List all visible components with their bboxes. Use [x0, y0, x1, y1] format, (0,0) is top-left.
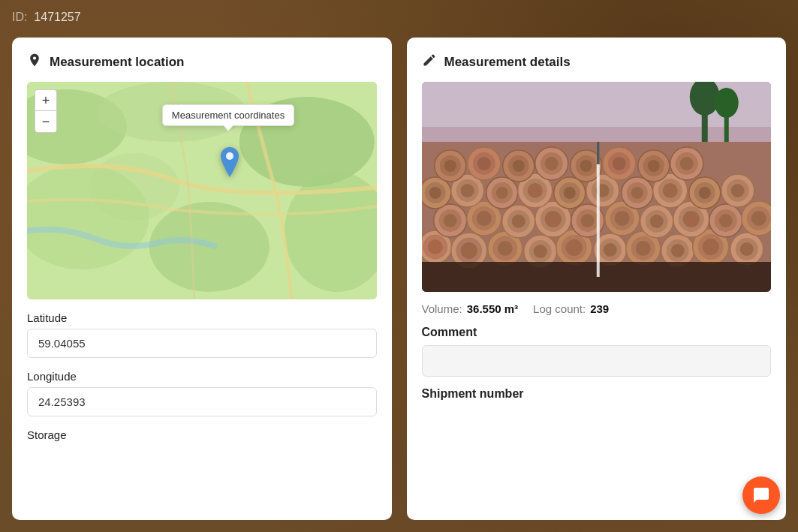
volume-label: Volume: [422, 302, 462, 315]
right-panel-title: Measurement details [444, 55, 571, 70]
log-count-stat: Log count: 239 [533, 302, 609, 315]
latitude-input[interactable] [27, 329, 377, 358]
chat-button[interactable] [742, 476, 780, 514]
right-panel-header: Measurement details [422, 53, 772, 71]
id-prefix: ID: [12, 11, 27, 23]
volume-value: 36.550 m³ [467, 302, 518, 315]
svg-point-90 [563, 187, 575, 199]
svg-point-24 [497, 241, 512, 256]
longitude-label: Longitude [27, 370, 377, 383]
svg-point-30 [565, 239, 582, 256]
svg-point-15 [714, 88, 738, 118]
page-id: ID: 1471257 [12, 11, 81, 24]
svg-point-21 [460, 242, 477, 259]
log-image [422, 82, 772, 292]
log-count-value: 239 [590, 302, 609, 315]
svg-point-36 [635, 241, 650, 256]
svg-point-111 [477, 157, 490, 170]
svg-point-84 [495, 187, 507, 199]
left-panel-title: Measurement location [50, 55, 185, 70]
logs-background [422, 82, 772, 292]
svg-point-7 [89, 153, 179, 221]
svg-point-75 [751, 211, 766, 226]
log-count-label: Log count: [533, 302, 586, 315]
id-value: 1471257 [34, 11, 80, 23]
comment-label: Comment [422, 326, 772, 339]
svg-point-81 [460, 184, 474, 197]
latitude-label: Latitude [27, 311, 377, 324]
svg-point-96 [631, 187, 643, 199]
panels-container: Measurement location [12, 38, 786, 520]
svg-point-27 [533, 245, 547, 258]
svg-point-39 [670, 244, 684, 257]
left-panel: Measurement location [12, 38, 392, 520]
svg-point-57 [544, 211, 561, 227]
svg-point-45 [739, 242, 753, 256]
svg-rect-132 [596, 142, 599, 164]
svg-point-102 [698, 187, 710, 199]
map-tooltip: Measurement coordinates [162, 104, 294, 126]
svg-point-69 [682, 211, 699, 227]
svg-point-33 [603, 243, 616, 257]
shipment-label: Shipment number [422, 387, 772, 401]
svg-point-54 [511, 215, 525, 228]
svg-point-63 [614, 211, 629, 226]
svg-point-51 [476, 211, 491, 226]
svg-point-126 [647, 160, 659, 172]
zoom-in-button[interactable]: + [35, 90, 56, 111]
svg-point-129 [679, 157, 693, 170]
svg-point-123 [612, 157, 625, 170]
svg-point-48 [443, 214, 456, 227]
volume-stat: Volume: 36.550 m³ [422, 302, 519, 315]
svg-point-8 [226, 152, 233, 160]
svg-point-114 [512, 160, 524, 172]
svg-point-42 [702, 239, 718, 255]
svg-point-66 [649, 215, 663, 228]
map-pin[interactable] [218, 147, 242, 180]
svg-point-60 [580, 214, 594, 227]
zoom-out-button[interactable]: − [35, 111, 56, 132]
chat-icon [752, 486, 770, 504]
storage-label: Storage [27, 428, 377, 441]
map-background: + − Measurement coordinates [27, 82, 377, 299]
svg-point-99 [662, 183, 677, 198]
stats-row: Volume: 36.550 m³ Log count: 239 [422, 302, 772, 315]
comment-input[interactable] [422, 345, 772, 377]
svg-point-108 [444, 160, 456, 172]
edit-icon [422, 53, 437, 71]
right-panel: Measurement details [407, 38, 787, 520]
svg-point-105 [730, 184, 744, 197]
svg-point-18 [427, 239, 442, 254]
svg-point-117 [544, 157, 558, 170]
svg-point-78 [429, 187, 441, 199]
svg-point-120 [580, 160, 592, 172]
map-container[interactable]: + − Measurement coordinates [27, 82, 377, 299]
map-zoom-controls: + − [35, 89, 57, 133]
svg-point-72 [718, 214, 732, 227]
longitude-input[interactable] [27, 387, 377, 416]
left-panel-header: Measurement location [27, 53, 377, 71]
svg-point-87 [527, 183, 542, 198]
location-icon [27, 53, 42, 71]
